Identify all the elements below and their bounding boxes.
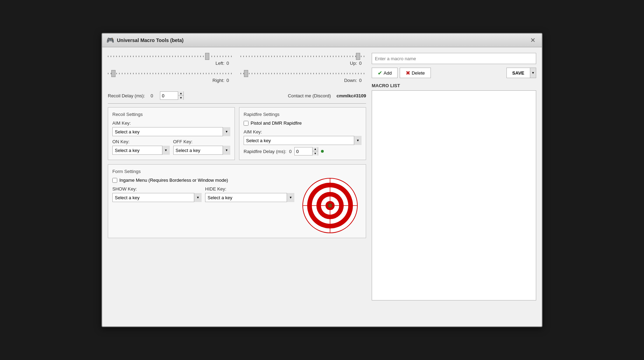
- rapidfire-delay-row: Rapidfire Delay (ms): 0 0 ▲ ▼: [244, 147, 362, 155]
- off-key-group: OFF Key: Select a key ▼: [173, 139, 231, 155]
- ingame-menu-checkbox[interactable]: [112, 178, 117, 183]
- content-area: Left: 0 Up: 0: [102, 47, 542, 306]
- save-button-group: SAVE ▼: [506, 68, 536, 78]
- off-key-dropdown-wrapper: Select a key ▼: [173, 146, 231, 155]
- rapidfire-aim-key-select[interactable]: Select a key: [244, 136, 362, 145]
- recoil-delay-spinbox: 0 ▲ ▼: [160, 91, 184, 100]
- form-left: Ingame Menu (Requires Borderless or Wind…: [112, 178, 294, 234]
- spinbox-arrows: ▲ ▼: [178, 91, 183, 100]
- app-icon: 🎮: [106, 36, 114, 44]
- up-slider[interactable]: [240, 56, 366, 57]
- hide-key-group: HIDE Key: Select a key ▼: [205, 186, 294, 202]
- form-settings-row: Ingame Menu (Requires Borderless or Wind…: [112, 178, 362, 234]
- show-key-select[interactable]: Select a key: [112, 193, 202, 202]
- right-slider[interactable]: [108, 73, 233, 74]
- aim-key-dropdown-wrapper: Select a key ▼: [112, 127, 230, 136]
- left-slider-track: [108, 53, 233, 60]
- show-key-dropdown-wrapper: Select a key ▼: [112, 193, 202, 202]
- x-icon: ✖: [406, 70, 410, 76]
- off-key-label: OFF Key:: [173, 139, 231, 144]
- hide-key-label: HIDE Key:: [205, 186, 294, 192]
- pistol-dmr-checkbox[interactable]: [244, 121, 248, 126]
- on-key-label: ON Key:: [112, 139, 170, 144]
- bottom-slider-row: Right: 0 Down: 0: [108, 70, 366, 86]
- sliders-section: Left: 0 Up: 0: [108, 53, 366, 86]
- add-label: Add: [384, 70, 392, 76]
- check-icon: ✔: [378, 70, 382, 76]
- down-value: 0: [359, 78, 366, 83]
- pistol-dmr-label: Pistol and DMR Rapidfire: [251, 120, 302, 126]
- left-slider[interactable]: [108, 56, 233, 57]
- up-slider-track: [240, 53, 366, 60]
- off-key-select[interactable]: Select a key: [173, 146, 231, 155]
- app-title: Universal Macro Tools (beta): [117, 37, 183, 43]
- recoil-delay-label: Recoil Delay (ms):: [108, 93, 145, 98]
- down-slider-track: [240, 70, 366, 77]
- rapidfire-spinbox-arrows: ▲ ▼: [312, 147, 318, 155]
- horizontal-divider: [108, 103, 366, 104]
- close-button[interactable]: ✕: [528, 36, 538, 44]
- save-button[interactable]: SAVE: [506, 68, 530, 78]
- macro-buttons-row: ✔ Add ✖ Delete SAVE ▼: [372, 68, 536, 78]
- rapidfire-settings-title: Rapidfire Settings: [244, 112, 362, 117]
- hide-key-dropdown-wrapper: Select a key ▼: [205, 193, 294, 202]
- rapidfire-spinbox-up[interactable]: ▲: [312, 147, 318, 151]
- up-value: 0: [359, 61, 366, 66]
- show-hide-keys-row: SHOW Key: Select a key ▼ HIDE Key:: [112, 186, 294, 202]
- rapidfire-settings-box: Rapidfire Settings Pistol and DMR Rapidf…: [239, 107, 366, 160]
- rapidfire-delay-spinbox: 0 ▲ ▼: [294, 147, 318, 155]
- form-settings-title: Form Settings: [112, 169, 362, 174]
- on-key-group: ON Key: Select a key ▼: [112, 139, 170, 155]
- add-button[interactable]: ✔ Add: [372, 68, 398, 78]
- right-slider-track: [108, 70, 233, 77]
- macro-list-label: MACRO LIST: [372, 83, 536, 88]
- settings-row: Recoil Settings AIM Key: Select a key ▼ …: [108, 107, 366, 160]
- right-value: 0: [226, 78, 233, 83]
- macro-list-box: [372, 90, 536, 300]
- down-slider-group: Down: 0: [240, 70, 366, 86]
- status-indicator: [321, 150, 324, 153]
- target-reticle-area: [299, 178, 362, 234]
- delete-button[interactable]: ✖ Delete: [400, 68, 431, 78]
- ingame-menu-checkbox-row: Ingame Menu (Requires Borderless or Wind…: [112, 178, 294, 183]
- show-key-group: SHOW Key: Select a key ▼: [112, 186, 202, 202]
- left-panel: Left: 0 Up: 0: [108, 53, 366, 300]
- rapidfire-delay-label: Rapidfire Delay (ms):: [244, 149, 286, 154]
- discord-name: cmmlkc#3109: [336, 93, 366, 98]
- aim-key-label: AIM Key:: [112, 120, 230, 126]
- up-slider-label: Up: 0: [240, 61, 366, 66]
- rapidfire-delay-display: 0: [289, 149, 292, 154]
- spinbox-up-arrow[interactable]: ▲: [178, 91, 183, 96]
- recoil-delay-input[interactable]: 0: [160, 92, 178, 99]
- up-slider-group: Up: 0: [240, 53, 366, 69]
- recoil-settings-box: Recoil Settings AIM Key: Select a key ▼ …: [108, 107, 235, 160]
- discord-label: Contact me (Discord): [288, 93, 331, 98]
- right-slider-group: Right: 0: [108, 70, 233, 86]
- rapidfire-aim-key-wrapper: Select a key ▼: [244, 136, 362, 145]
- left-slider-label: Left: 0: [108, 61, 233, 66]
- save-dropdown-arrow[interactable]: ▼: [530, 68, 536, 78]
- rapidfire-aim-key-label: AIM Key:: [244, 129, 362, 134]
- form-settings-box: Form Settings Ingame Menu (Requires Bord…: [108, 164, 366, 238]
- title-bar: 🎮 Universal Macro Tools (beta) ✕: [102, 34, 542, 47]
- rapidfire-spinbox-down[interactable]: ▼: [312, 151, 318, 155]
- left-value: 0: [226, 61, 233, 66]
- macro-name-input[interactable]: [372, 53, 536, 64]
- on-key-dropdown-wrapper: Select a key ▼: [112, 146, 170, 155]
- aim-key-select[interactable]: Select a key: [112, 127, 230, 136]
- hide-key-select[interactable]: Select a key: [205, 193, 294, 202]
- target-reticle: [302, 178, 358, 234]
- spinbox-down-arrow[interactable]: ▼: [178, 96, 183, 100]
- right-panel: ✔ Add ✖ Delete SAVE ▼ MACRO LIST: [372, 53, 536, 300]
- on-off-keys-row: ON Key: Select a key ▼ OFF Key:: [112, 139, 230, 155]
- rapidfire-delay-input[interactable]: 0: [295, 147, 312, 155]
- on-key-select[interactable]: Select a key: [112, 146, 170, 155]
- show-key-label: SHOW Key:: [112, 186, 202, 192]
- down-slider[interactable]: [240, 73, 366, 74]
- delete-label: Delete: [412, 70, 425, 76]
- ingame-menu-label: Ingame Menu (Requires Borderless or Wind…: [119, 178, 228, 183]
- recoil-settings-title: Recoil Settings: [112, 112, 230, 117]
- delay-discord-row: Recoil Delay (ms): 0 0 ▲ ▼ Contact me (D…: [108, 91, 366, 100]
- right-slider-label: Right: 0: [108, 78, 233, 83]
- top-slider-row: Left: 0 Up: 0: [108, 53, 366, 69]
